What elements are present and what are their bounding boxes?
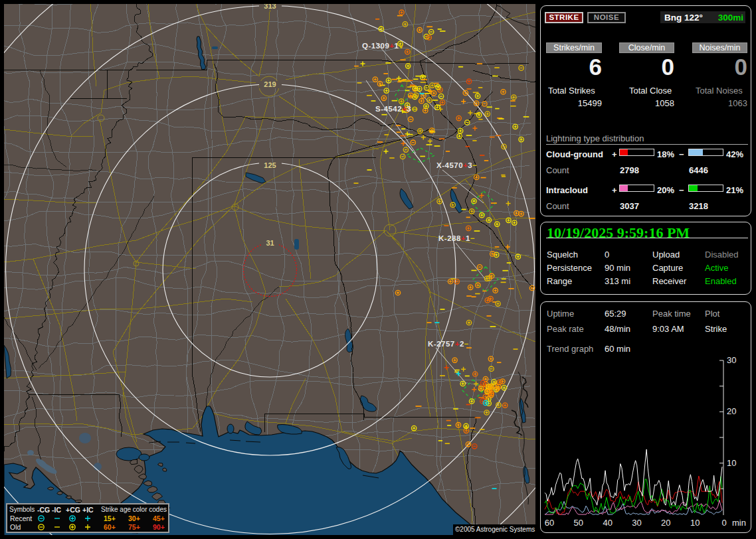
svg-text:50: 50: [574, 518, 583, 528]
svg-text:20: 20: [727, 406, 736, 416]
svg-text:219: 219: [264, 80, 276, 88]
svg-text:min: min: [732, 518, 746, 528]
svg-text:60: 60: [545, 518, 554, 528]
svg-text:10: 10: [727, 458, 736, 468]
svg-text:0: 0: [721, 518, 726, 528]
svg-text:30: 30: [632, 518, 641, 528]
svg-text:K-2757+2−: K-2757+2−: [428, 340, 469, 348]
svg-text:31: 31: [266, 239, 274, 247]
svg-text:K-288+1−: K-288+1−: [438, 234, 475, 242]
svg-text:313: 313: [264, 4, 276, 10]
svg-text:40: 40: [603, 518, 612, 528]
svg-text:20: 20: [661, 518, 670, 528]
svg-text:Q-1309+1v: Q-1309+1v: [362, 42, 403, 50]
svg-text:S-4542+3⊖: S-4542+3⊖: [375, 105, 418, 113]
svg-text:10: 10: [690, 518, 700, 528]
svg-text:125: 125: [264, 161, 276, 169]
svg-text:30: 30: [727, 356, 736, 365]
svg-text:X-4570+3−: X-4570+3−: [436, 161, 477, 169]
